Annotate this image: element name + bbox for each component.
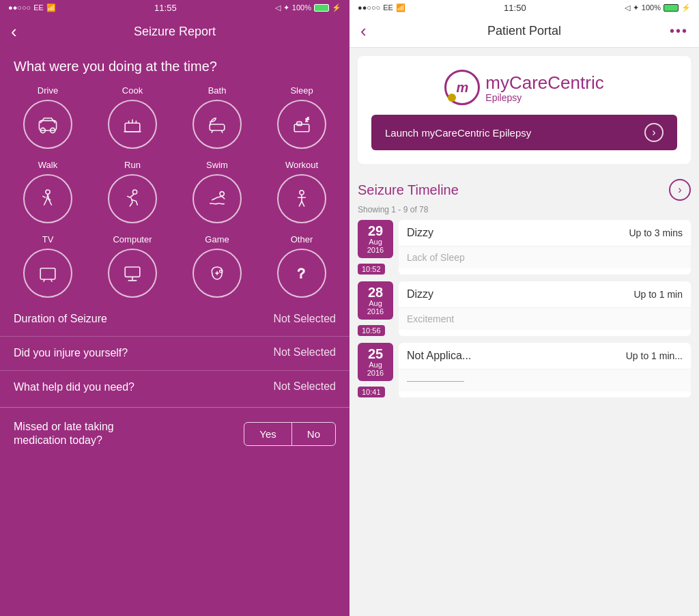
date-col-2: 28 Aug 2016 10:56 — [358, 281, 393, 336]
bath-label: Bath — [208, 85, 227, 96]
entry-trigger-2: Excitement — [399, 308, 691, 330]
tv-icon — [35, 261, 60, 285]
svg-point-15 — [46, 190, 50, 194]
workout-circle[interactable] — [277, 174, 326, 223]
sleep-label: Sleep — [290, 85, 313, 96]
timeline-nav-button[interactable]: › — [669, 179, 691, 201]
date-day-3: 25 — [368, 347, 383, 361]
date-col-1: 29 Aug 2016 10:52 — [358, 220, 393, 275]
activity-bath[interactable]: Bath — [176, 81, 258, 153]
date-badge-3: 25 Aug 2016 — [358, 343, 393, 381]
yes-button[interactable]: Yes — [244, 423, 291, 445]
other-circle[interactable]: ? — [277, 249, 326, 298]
svg-point-27 — [220, 270, 223, 273]
injure-label: Did you injure yourself? — [14, 346, 128, 361]
time-badge-3: 10:41 — [358, 387, 385, 397]
tv-circle[interactable] — [23, 249, 72, 298]
swim-label: Swim — [206, 160, 228, 170]
right-status-bar: ●●○○○ EE 📶 11:50 ◁ ✦ 100% ⚡ — [350, 0, 699, 15]
brand-prefix: my — [485, 72, 509, 93]
injure-value: Not Selected — [273, 346, 336, 359]
entry-duration-3: Up to 1 min... — [626, 350, 683, 361]
other-label: Other — [291, 234, 313, 244]
timeline-entry-3: 25 Aug 2016 10:41 Not Applica... Up to 1… — [358, 343, 691, 397]
drive-icon — [35, 112, 60, 137]
swim-circle[interactable] — [192, 174, 242, 223]
activity-run[interactable]: Run — [91, 156, 173, 227]
left-panel: ●●○○○ EE 📶 11:55 ◁ ✦ 100% ⚡ ‹ Seizure Re… — [0, 0, 350, 616]
entry-content-2[interactable]: Dizzy Up to 1 min Excitement — [399, 281, 691, 336]
activity-sleep[interactable]: Sleep z z — [261, 81, 343, 153]
timeline-title: Seizure Timeline — [358, 182, 459, 198]
activity-computer[interactable]: Computer — [91, 230, 173, 302]
battery-text: 100% — [292, 3, 311, 12]
right-signal: ●●○○○ EE 📶 — [358, 3, 405, 12]
bath-circle[interactable] — [192, 100, 242, 149]
brand-card: m myCareCentric Epilepsy Launch myCareCe… — [358, 56, 691, 164]
entry-content-1[interactable]: Dizzy Up to 3 mins Lack of Sleep — [399, 220, 691, 275]
time-badge-1: 10:52 — [358, 264, 385, 275]
svg-rect-3 — [125, 123, 140, 132]
right-content: m myCareCentric Epilepsy Launch myCareCe… — [350, 48, 699, 616]
game-icon — [205, 261, 229, 285]
sleep-icon: z z — [289, 112, 314, 137]
brand-icon: m — [444, 70, 480, 105]
date-year-2: 2016 — [367, 307, 384, 316]
activity-tv[interactable]: TV — [7, 230, 89, 302]
launch-button[interactable]: Launch myCareCentric Epilepsy › — [371, 115, 677, 150]
drive-circle[interactable] — [23, 100, 72, 149]
right-nav-bar: ‹ Patient Portal ••• — [350, 15, 699, 48]
entry-type-1: Dizzy — [407, 227, 433, 239]
help-row[interactable]: What help did you need? Not Selected — [0, 371, 350, 404]
entry-type-2: Dizzy — [407, 288, 433, 300]
wifi-icon: 📶 — [46, 3, 56, 12]
game-circle[interactable] — [192, 249, 242, 298]
svg-rect-22 — [125, 267, 140, 277]
activity-workout[interactable]: Workout — [261, 156, 343, 227]
right-back-button[interactable]: ‹ — [360, 20, 367, 42]
injure-row[interactable]: Did you injure yourself? Not Selected — [0, 337, 350, 371]
entry-trigger-1: Lack of Sleep — [399, 247, 691, 268]
launch-label: Launch myCareCentric Epilepsy — [385, 127, 531, 139]
date-year-1: 2016 — [367, 246, 384, 254]
run-circle[interactable] — [108, 174, 157, 223]
activity-cook[interactable]: Cook — [91, 81, 173, 153]
duration-value: Not Selected — [273, 313, 336, 325]
timeline-section: Seizure Timeline › Showing 1 - 9 of 78 2… — [350, 172, 699, 397]
left-nav-bar: ‹ Seizure Report — [0, 15, 350, 48]
computer-icon — [120, 261, 145, 285]
yes-no-group: Yes No — [244, 422, 336, 446]
svg-rect-12 — [297, 122, 302, 125]
tv-label: TV — [42, 234, 54, 244]
svg-point-17 — [220, 192, 224, 196]
activity-other[interactable]: Other ? — [261, 230, 343, 302]
right-time: 11:50 — [504, 3, 526, 13]
left-back-button[interactable]: ‹ — [11, 21, 17, 42]
sleep-circle[interactable]: z z — [277, 100, 326, 149]
cook-circle[interactable] — [108, 100, 157, 149]
computer-label: Computer — [113, 234, 152, 244]
activity-walk[interactable]: Walk — [7, 156, 89, 227]
right-signal-dots: ●●○○○ — [358, 3, 380, 12]
more-options-button[interactable]: ••• — [670, 23, 688, 39]
right-battery-text: 100% — [642, 3, 661, 12]
walk-circle[interactable] — [23, 174, 72, 223]
brand-text: myCareCentric Epilepsy — [485, 72, 603, 103]
activity-game[interactable]: Game — [176, 230, 258, 302]
duration-row[interactable]: Duration of Seizure Not Selected — [0, 302, 350, 337]
activity-swim[interactable]: Swim — [176, 156, 258, 227]
battery-icon — [314, 4, 329, 12]
activities-grid: Drive Cook — [0, 81, 350, 302]
entry-main-2: Dizzy Up to 1 min — [399, 281, 691, 308]
charging-icon: ⚡ — [332, 3, 341, 12]
left-signal: ●●○○○ EE 📶 — [8, 3, 56, 12]
entry-content-3[interactable]: Not Applica... Up to 1 min... —————— — [399, 343, 691, 397]
right-charging-icon: ⚡ — [681, 3, 691, 12]
no-button[interactable]: No — [292, 423, 335, 445]
computer-circle[interactable] — [108, 249, 157, 298]
activity-drive[interactable]: Drive — [7, 81, 89, 153]
game-label: Game — [205, 234, 229, 244]
medication-row: Missed or late taking medication today? … — [0, 410, 350, 458]
help-value: Not Selected — [273, 380, 336, 393]
timeline-entry-1: 29 Aug 2016 10:52 Dizzy Up to 3 mins Lac… — [358, 220, 691, 275]
